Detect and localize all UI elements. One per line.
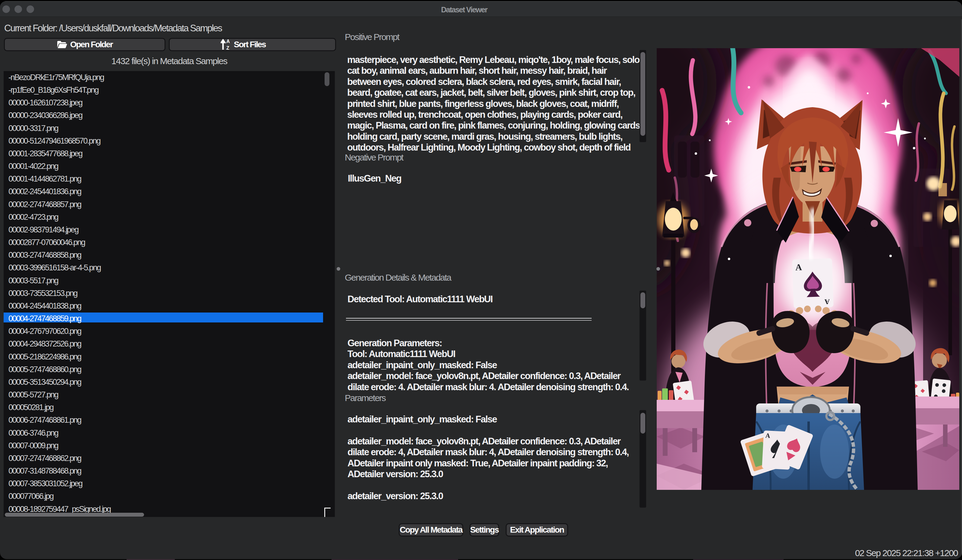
svg-text:A: A	[824, 298, 830, 306]
svg-text:A: A	[765, 432, 770, 439]
svg-text:Z: Z	[226, 45, 229, 50]
svg-text:A: A	[795, 262, 802, 272]
svg-text:A: A	[226, 39, 230, 44]
